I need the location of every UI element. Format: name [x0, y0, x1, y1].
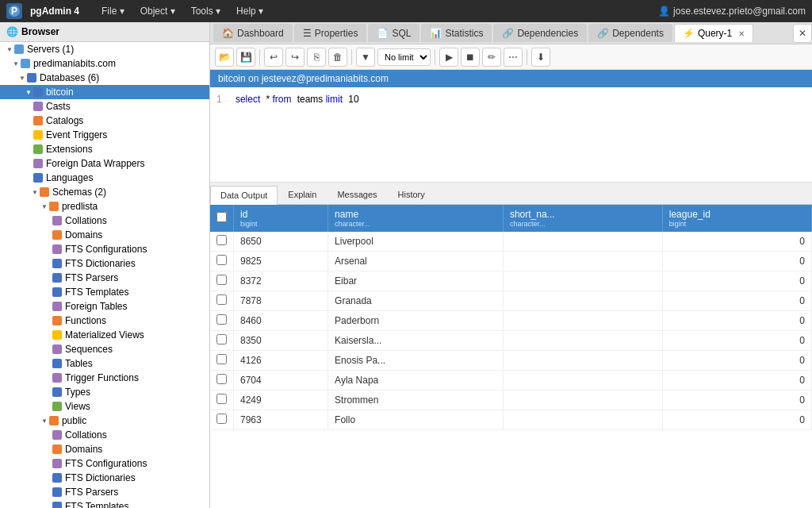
tree-item-24[interactable]: Types [0, 385, 209, 399]
toolbar-divider-1 [259, 49, 260, 65]
cell-name: Ayla Napa [328, 371, 504, 391]
row-checkbox-cell[interactable] [210, 252, 234, 271]
tree-item-16[interactable]: FTS Parsers [0, 271, 209, 285]
filter-button[interactable]: ▼ [356, 48, 375, 67]
func-icon [52, 373, 62, 383]
row-checkbox-cell[interactable] [210, 232, 234, 252]
tree-item-2[interactable]: ▼Databases (6) [0, 71, 209, 85]
result-tab-explain[interactable]: Explain [278, 185, 327, 204]
tab-dashboard[interactable]: 🏠 Dashboard [213, 24, 293, 42]
tree-item-11[interactable]: ▼predlista [0, 199, 209, 214]
copy-button[interactable]: ⎘ [307, 48, 326, 67]
fts-icon [52, 502, 62, 508]
undo-button[interactable]: ↩ [264, 48, 283, 67]
close-panel-button[interactable]: ✕ [793, 24, 812, 43]
tree-item-10[interactable]: ▼Schemas (2) [0, 185, 209, 199]
redo-button[interactable]: ↪ [285, 48, 304, 67]
table-icon [52, 302, 62, 311]
stop-button[interactable]: ⏹ [461, 48, 480, 67]
sql-limit-val: 10 [348, 94, 358, 105]
tree-item-26[interactable]: ▼public [0, 414, 209, 428]
result-tab-history[interactable]: History [388, 185, 435, 204]
tree-item-12[interactable]: Collations [0, 214, 209, 228]
row-checkbox[interactable] [216, 334, 227, 344]
select-all-checkbox[interactable] [216, 212, 227, 222]
row-checkbox[interactable] [216, 394, 227, 404]
close-query-button[interactable]: ✕ [738, 29, 745, 38]
tab-statistics[interactable]: 📊 Statistics [421, 24, 492, 42]
menu-object[interactable]: Object ▾ [134, 3, 182, 19]
tree-item-27[interactable]: Collations [0, 428, 209, 442]
row-checkbox[interactable] [216, 314, 227, 325]
tree-item-8[interactable]: Foreign Data Wrappers [0, 156, 209, 171]
delete-button[interactable]: 🗑 [328, 48, 347, 67]
row-checkbox-cell[interactable] [210, 351, 234, 371]
tree-item-32[interactable]: FTS Templates [0, 499, 209, 508]
row-checkbox[interactable] [216, 235, 227, 245]
sql-select: select [236, 94, 260, 105]
tree-item-29[interactable]: FTS Configurations [0, 456, 209, 471]
tree-item-15[interactable]: FTS Dictionaries [0, 256, 209, 271]
tab-query1[interactable]: ⚡ Query-1 ✕ [674, 24, 753, 42]
result-tab-dataoutput[interactable]: Data Output [210, 186, 278, 205]
open-file-button[interactable]: 📂 [215, 48, 234, 67]
tree-item-22[interactable]: Tables [0, 356, 209, 371]
cell-leagueid: 0 [662, 410, 811, 430]
tree-item-1[interactable]: ▼predimaniabits.com [0, 56, 209, 71]
tree-item-3[interactable]: ▼bitcoin [0, 85, 209, 99]
tab-dependencies[interactable]: 🔗 Dependencies [493, 24, 587, 42]
tree-item-25[interactable]: Views [0, 399, 209, 414]
row-checkbox[interactable] [216, 414, 227, 424]
run-button[interactable]: ▶ [439, 48, 458, 67]
chevron-icon: ▼ [19, 75, 25, 82]
cell-name: Liverpool [328, 232, 504, 252]
tab-properties[interactable]: ☰ Properties [294, 24, 367, 42]
tree-item-20[interactable]: Materialized Views [0, 328, 209, 342]
row-checkbox-cell[interactable] [210, 410, 234, 430]
tab-sql[interactable]: 📄 SQL [368, 24, 419, 42]
tree-item-9[interactable]: Languages [0, 171, 209, 185]
menu-file[interactable]: File ▾ [95, 3, 131, 19]
tree-item-6[interactable]: Event Triggers [0, 128, 209, 142]
tree-item-17[interactable]: FTS Templates [0, 285, 209, 299]
row-checkbox[interactable] [216, 255, 227, 265]
more-button[interactable]: ⋯ [504, 48, 523, 67]
tree-item-0[interactable]: ▼Servers (1) [0, 42, 209, 56]
row-checkbox-cell[interactable] [210, 331, 234, 351]
row-checkbox-cell[interactable] [210, 391, 234, 410]
download-button[interactable]: ⬇ [531, 48, 550, 67]
row-checkbox-cell[interactable] [210, 371, 234, 391]
cell-name: Strommen [328, 391, 504, 410]
menu-tools[interactable]: Tools ▾ [185, 3, 227, 19]
menu-help[interactable]: Help ▾ [230, 3, 270, 19]
edit-button[interactable]: ✏ [482, 48, 501, 67]
tab-dependents[interactable]: 🔗 Dependents [588, 24, 672, 42]
tree-label: Tables [65, 358, 93, 369]
cell-leagueid: 0 [662, 291, 811, 311]
table-row: 8350Kaisersla...0 [210, 331, 812, 351]
cell-id: 4126 [234, 351, 328, 371]
tree-item-30[interactable]: FTS Dictionaries [0, 471, 209, 485]
tree-item-18[interactable]: Foreign Tables [0, 299, 209, 314]
row-checkbox-cell[interactable] [210, 291, 234, 311]
row-checkbox[interactable] [216, 275, 227, 285]
limit-select[interactable]: No limit 10 100 1000 [377, 48, 431, 66]
result-tab-messages[interactable]: Messages [327, 185, 387, 204]
tree-item-31[interactable]: FTS Parsers [0, 485, 209, 499]
tree-item-23[interactable]: Trigger Functions [0, 371, 209, 385]
tree-item-21[interactable]: Sequences [0, 342, 209, 356]
row-checkbox[interactable] [216, 294, 227, 305]
row-checkbox[interactable] [216, 374, 227, 384]
row-checkbox-cell[interactable] [210, 271, 234, 291]
tree-item-4[interactable]: Casts [0, 99, 209, 114]
query-editor[interactable]: 1 select * from teams limit 10 [210, 87, 812, 183]
tree-item-5[interactable]: Catalogs [0, 114, 209, 128]
tree-item-13[interactable]: Domains [0, 228, 209, 242]
row-checkbox[interactable] [216, 354, 227, 364]
tree-item-28[interactable]: Domains [0, 442, 209, 456]
row-checkbox-cell[interactable] [210, 311, 234, 331]
tree-item-14[interactable]: FTS Configurations [0, 242, 209, 256]
tree-item-7[interactable]: Extensions [0, 142, 209, 156]
tree-item-19[interactable]: Functions [0, 314, 209, 328]
save-file-button[interactable]: 💾 [236, 48, 255, 67]
